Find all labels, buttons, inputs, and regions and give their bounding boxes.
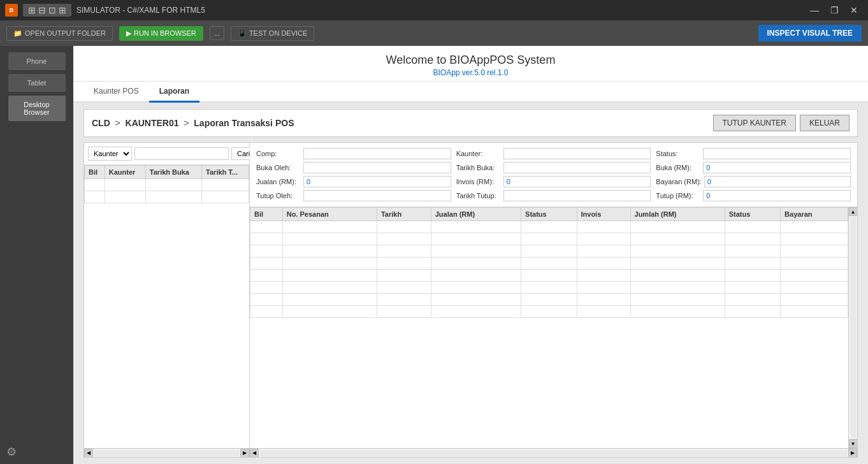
left-pane: Kaunter Cari Bil Kaunter Tarikh Buka Tar… [84,143,250,457]
sidebar: Phone Tablet DesktopBrowser ⚙ [0,46,73,464]
comp-label: Comp: [256,150,301,157]
tutup-oleh-label: Tutup Oleh: [256,192,301,199]
bayaran-rm-row: Bayaran (RM): [656,176,851,187]
sidebar-desktop-browser-button[interactable]: DesktopBrowser [8,96,66,121]
window-controls[interactable]: — ❐ ✕ [805,3,863,18]
buka-rm-label: Buka (RM): [656,164,700,171]
table-row[interactable] [250,233,848,245]
rt-col-invois: Invois [577,208,630,221]
keluar-button[interactable]: KELUAR [800,115,850,131]
comp-input[interactable] [303,148,451,159]
main-content: Welcome to BIOAppPOS System BIOApp ver.5… [73,46,868,464]
table-row[interactable] [250,282,848,294]
rt-col-no-pesanan: No. Pesanan [282,208,377,221]
test-on-device-button[interactable]: 📱 TEST ON DEVICE [231,26,314,41]
right-scroll-right-btn[interactable]: ▶ [848,449,857,458]
right-scroll-left-btn[interactable]: ◀ [250,449,259,458]
app-logo: B [5,4,18,17]
filter-input[interactable] [134,147,229,160]
icon2[interactable]: ⊟ [38,5,46,15]
right-scroll-track [260,451,847,456]
app-subtitle: BIOApp ver.5.0 rel.1.0 [73,68,868,77]
buka-rm-input[interactable] [703,162,851,173]
col-bil: Bil [85,166,105,179]
right-table-container: Bil No. Pesanan Tarikh Jualan (RM) Statu… [250,207,857,448]
right-v-scrollbar[interactable]: ▲ ▼ [848,207,857,448]
run-in-browser-button[interactable]: ▶ RUN IN BROWSER [119,26,203,41]
status-input[interactable] [703,148,851,159]
play-icon: ▶ [126,29,131,38]
icon4[interactable]: ⊞ [59,5,66,15]
filter-row: Kaunter Cari [84,143,249,165]
folder-icon: 📁 [13,29,22,38]
v-scroll-down-btn[interactable]: ▼ [849,439,858,448]
jualan-rm-row: Jualan (RM): [256,176,451,187]
sidebar-phone-button[interactable]: Phone [8,52,66,70]
settings-icon[interactable]: ⚙ [6,445,17,459]
more-options-button[interactable]: ... [210,26,224,40]
tutup-rm-input[interactable] [703,190,851,201]
invois-rm-row: Invois (RM): [456,176,651,187]
app-header: Welcome to BIOAppPOS System BIOApp ver.5… [73,46,868,82]
tab-laporan[interactable]: Laporan [149,82,199,103]
action-buttons: TUTUP KAUNTER KELUAR [713,115,850,131]
jualan-rm-input[interactable] [303,176,451,187]
left-h-scrollbar[interactable]: ◀ ▶ [84,448,249,457]
inspect-visual-tree-button[interactable]: INSPECT VISUAL TREE [758,25,862,41]
table-row[interactable] [250,270,848,282]
table-row[interactable] [250,294,848,306]
table-row[interactable] [250,257,848,270]
kaunter-label: Kaunter: [456,150,501,157]
rt-col-status2: Status [725,208,780,221]
tarikh-buka-label: Tarikh Buka: [456,164,501,171]
left-scroll-left-btn[interactable]: ◀ [84,449,93,458]
tutup-kaunter-button[interactable]: TUTUP KAUNTER [713,115,796,131]
tarikh-buka-input[interactable] [503,162,651,173]
col-kaunter: Kaunter [105,166,145,179]
breadcrumb-sep1: > [115,118,120,128]
icon3[interactable]: ⊡ [48,5,56,15]
table-row[interactable] [250,306,848,318]
toolbar-icons: ⊞ ⊟ ⊡ ⊞ [23,4,71,17]
title-bar: B ⊞ ⊟ ⊡ ⊞ SIMULATOR - C#/XAML FOR HTML5 … [0,0,868,20]
jualan-rm-label: Jualan (RM): [256,178,301,185]
open-output-folder-button[interactable]: 📁 OPEN OUTPUT FOLDER [6,26,113,41]
table-row[interactable] [250,245,848,257]
v-scroll-up-btn[interactable]: ▲ [849,207,858,216]
app-title: Welcome to BIOAppPOS System [73,54,868,67]
table-row[interactable] [85,191,249,203]
left-table: Bil Kaunter Tarikh Buka Tarikh T... [84,165,249,448]
rt-col-jumlah: Jumlah (RM) [630,208,725,221]
tutup-oleh-input[interactable] [303,190,451,201]
right-h-scrollbar[interactable]: ◀ ▶ [250,448,857,457]
table-row[interactable] [85,179,249,191]
buka-oleh-input[interactable] [303,162,451,173]
close-btn[interactable]: ✕ [845,3,863,18]
form-section: Comp: Kaunter: Status: Buka Oleh: [250,143,857,207]
table-row[interactable] [250,221,848,233]
invois-rm-input[interactable] [503,176,651,187]
bayaran-rm-label: Bayaran (RM): [656,178,702,185]
tutup-rm-label: Tutup (RM): [656,192,700,199]
minimize-btn[interactable]: — [805,3,824,18]
maximize-btn[interactable]: ❐ [825,3,844,18]
tarikh-buka-row: Tarikh Buka: [456,162,651,173]
rt-col-jualan: Jualan (RM) [431,208,521,221]
bayaran-rm-input[interactable] [704,176,851,187]
rt-col-tarikh: Tarikh [377,208,431,221]
right-table-scroll[interactable]: Bil No. Pesanan Tarikh Jualan (RM) Statu… [250,207,848,448]
transaction-table: Bil No. Pesanan Tarikh Jualan (RM) Statu… [250,207,848,318]
tab-kaunter-pos[interactable]: Kaunter POS [83,82,149,103]
tarikh-tutup-input[interactable] [503,190,651,201]
tutup-rm-row: Tutup (RM): [656,190,851,201]
filter-dropdown[interactable]: Kaunter [88,147,132,161]
left-scroll-right-btn[interactable]: ▶ [240,449,249,458]
comp-row: Comp: [256,148,451,159]
kaunter-input[interactable] [503,148,651,159]
icon1[interactable]: ⊞ [28,5,36,15]
right-pane: Comp: Kaunter: Status: Buka Oleh: [250,143,857,457]
buka-rm-row: Buka (RM): [656,162,851,173]
v-scroll-track [851,217,856,438]
rt-col-bil: Bil [250,208,283,221]
sidebar-tablet-button[interactable]: Tablet [8,74,66,92]
